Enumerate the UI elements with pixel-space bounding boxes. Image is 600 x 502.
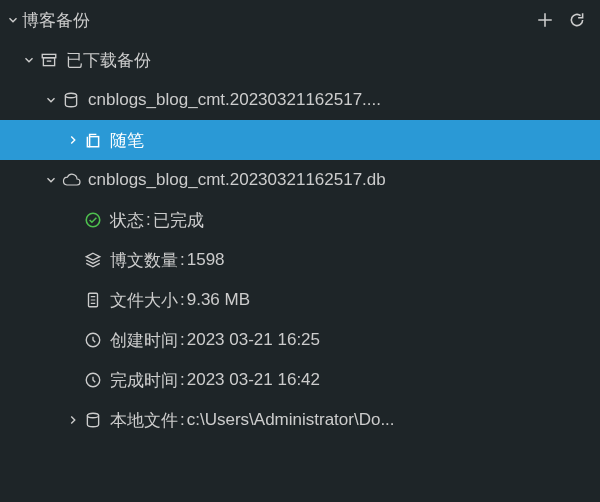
chevron-down-icon (42, 173, 60, 187)
database-icon (82, 411, 104, 429)
panel-title: 博客备份 (22, 9, 536, 32)
database-icon (60, 91, 82, 109)
cloud-icon (60, 171, 82, 189)
detail-count: 博文数量: 1598 (0, 240, 600, 280)
archive-icon (38, 51, 60, 69)
chevron-down-icon (20, 53, 38, 67)
detail-size: 文件大小: 9.36 MB (0, 280, 600, 320)
chevron-right-icon (64, 413, 82, 427)
svg-point-2 (65, 93, 76, 98)
refresh-icon[interactable] (568, 11, 586, 29)
layers-icon (82, 251, 104, 269)
tree-item-backup[interactable]: cnblogs_blog_cmt.20230321162517.... (0, 80, 600, 120)
tree-label: 随笔 (110, 129, 144, 152)
chevron-down-icon (42, 93, 60, 107)
backup-name: cnblogs_blog_cmt.20230321162517.db (88, 170, 386, 190)
add-icon[interactable] (536, 11, 554, 29)
detail-value: c:\Users\Administrator\Do... (187, 410, 395, 430)
chevron-right-icon (64, 133, 82, 147)
file-icon (82, 291, 104, 309)
check-circle-icon (82, 211, 104, 229)
detail-status: 状态: 已完成 (0, 200, 600, 240)
detail-label: 状态 (110, 209, 144, 232)
detail-completed: 完成时间: 2023 03-21 16:42 (0, 360, 600, 400)
detail-value: 2023 03-21 16:25 (187, 330, 320, 350)
clock-icon (82, 331, 104, 349)
detail-value: 1598 (187, 250, 225, 270)
clock-icon (82, 371, 104, 389)
svg-point-4 (86, 213, 100, 227)
detail-label: 完成时间 (110, 369, 178, 392)
detail-label: 博文数量 (110, 249, 178, 272)
detail-label: 文件大小 (110, 289, 178, 312)
detail-value: 已完成 (153, 209, 204, 232)
detail-label: 创建时间 (110, 329, 178, 352)
detail-value: 2023 03-21 16:42 (187, 370, 320, 390)
panel-header: 博客备份 (0, 0, 600, 40)
tree-item-backup[interactable]: cnblogs_blog_cmt.20230321162517.db (0, 160, 600, 200)
copy-icon (82, 131, 104, 149)
tree-item-notes[interactable]: 随笔 (0, 120, 600, 160)
tree-item-downloaded[interactable]: 已下载备份 (0, 40, 600, 80)
tree-item-local-file[interactable]: 本地文件: c:\Users\Administrator\Do... (0, 400, 600, 440)
detail-label: 本地文件 (110, 409, 178, 432)
tree-label: 已下载备份 (66, 49, 151, 72)
svg-point-8 (87, 413, 98, 418)
detail-value: 9.36 MB (187, 290, 250, 310)
detail-created: 创建时间: 2023 03-21 16:25 (0, 320, 600, 360)
backup-name: cnblogs_blog_cmt.20230321162517.... (88, 90, 381, 110)
chevron-down-icon[interactable] (4, 13, 22, 27)
svg-rect-3 (90, 137, 99, 147)
